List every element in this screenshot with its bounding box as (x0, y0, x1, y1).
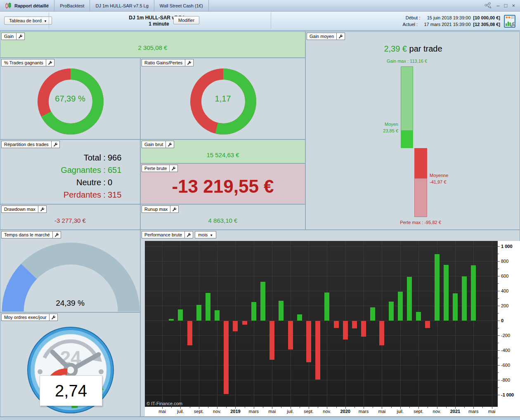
strategy-name: DJ 1m HULL-SAR v7.5 Lg (50, 15, 268, 21)
panel-pct-trades-gagnants: % Trades gagnants 67,39 % (0, 58, 140, 139)
perf-bar (306, 321, 311, 362)
moyen-label-block: Moyen 23,85 € (383, 121, 398, 134)
perf-bar (251, 302, 256, 321)
wrench-icon[interactable] (53, 231, 61, 238)
orders-per-day-value: 2,74 (40, 375, 102, 406)
panel-performance-brute: Performance brute mois▼ © IT-Finance.com… (140, 230, 520, 417)
wrench-icon[interactable] (52, 141, 60, 148)
header-bar: Tableau de bord▼ DJ 1m HULL-SAR v7.5 Lg … (0, 12, 520, 31)
breakdown-row-perdantes: Perdantes:315 (0, 189, 140, 201)
strategy-timeframe: 1 minute (50, 21, 268, 27)
perf-bar (206, 293, 210, 321)
perf-bar (389, 302, 394, 321)
performance-y-axis: 1 0008006004002000-200-400-600-800-1 000 (498, 241, 520, 407)
pct-donut-value: 67,39 % (0, 58, 140, 139)
start-capital: [10 000,00 €] (473, 14, 500, 21)
perf-bar (196, 305, 201, 321)
wrench-icon[interactable] (166, 141, 174, 148)
wrench-icon[interactable] (17, 33, 25, 40)
panel-moy-ordres: Moy ordres exec/jour 24 2, (0, 312, 140, 417)
strategy-title: DJ 1m HULL-SAR v7.5 Lg 1 minute (50, 15, 268, 27)
gain-moyen-suffix: par trade (409, 44, 442, 53)
breakdown-row-gagnantes: Gagnantes:651 (0, 164, 140, 176)
backtest-dates: Début : 15 juin 2018 19:39:00 [10 000,00… (402, 14, 500, 28)
wrench-icon[interactable] (170, 205, 179, 213)
window-controls: – □ × (480, 0, 520, 11)
start-label: Début : (406, 14, 425, 21)
gain-bar-below-average (401, 131, 413, 148)
moyenne-label-block: Moyenne -41,97 € (430, 172, 448, 185)
gain-moyen-chip-label: Gain moyen (307, 33, 337, 40)
perf-bar (288, 321, 293, 349)
tab-strategy[interactable]: DJ 1m HULL-SAR v7.5 Lg (90, 0, 154, 11)
gain-value: 2 305,08 € (0, 44, 305, 51)
perf-bar (215, 310, 220, 321)
perf-bar (435, 254, 440, 320)
perf-bar (352, 321, 357, 328)
wrench-icon[interactable] (50, 314, 58, 321)
panel-gain-moyen: Gain moyen 2,39 € par trade Gain max : 1… (305, 31, 520, 230)
panel-runup-max: Runup max 4 863,10 € (140, 204, 305, 230)
perf-bar (343, 321, 348, 340)
modify-button[interactable]: Modifier (173, 16, 199, 24)
drawdown-chip-label: Drawdown max (1, 205, 38, 213)
gain-brut-chip-label: Gain brut (142, 141, 166, 148)
chevron-down-icon: ▼ (210, 234, 213, 237)
tab-instrument[interactable]: Wall Street Cash (1€) (154, 0, 209, 11)
period-dropdown[interactable]: mois▼ (195, 231, 216, 238)
bottom-scroll-strip[interactable] (0, 417, 520, 420)
perf-bar (169, 319, 174, 321)
performance-x-axis: maijuil.sept.nov.2019marsmaijuil.sept.no… (145, 407, 520, 416)
perf-bar (187, 321, 192, 345)
tab-label: DJ 1m HULL-SAR v7.5 Lg (95, 3, 148, 8)
loss-bar-above-average (414, 148, 427, 178)
close-button[interactable]: × (512, 3, 515, 8)
title-bar: Rapport détaillé ProBacktest DJ 1m HULL-… (0, 0, 520, 12)
share-icon[interactable] (485, 2, 492, 9)
wrench-icon[interactable] (185, 59, 194, 66)
perf-bar (407, 277, 412, 321)
ratio-donut-value: 1,17 (141, 58, 305, 139)
pct-chip-label: % Trades gagnants (1, 59, 46, 66)
report-settings-icon[interactable] (503, 13, 517, 29)
drawdown-value: -3 277,30 € (0, 217, 140, 224)
start-date: 15 juin 2018 19:39:00 (427, 14, 471, 21)
perte-brute-chip-label: Perte brute (142, 165, 170, 172)
maximize-button[interactable]: □ (504, 3, 508, 8)
panel-repartition: Répartition des trades Total:966 Gagnant… (0, 139, 140, 204)
perf-bar (453, 293, 458, 321)
divider (49, 12, 49, 29)
wrench-icon[interactable] (337, 33, 345, 40)
breakdown-row-total: Total:966 (0, 151, 140, 164)
wrench-icon[interactable] (38, 205, 47, 213)
runup-value: 4 863,10 € (141, 217, 305, 224)
gain-chip-label: Gain (1, 33, 17, 40)
gain-brut-value: 15 524,63 € (141, 151, 305, 158)
zero-line (145, 321, 498, 321)
performance-plot-area: © IT-Finance.com (145, 241, 498, 407)
perf-bar (361, 321, 366, 337)
tab-probacktest[interactable]: ProBacktest (54, 0, 90, 11)
breakdown-row-neutre: Neutre:0 (0, 176, 140, 189)
wrench-icon[interactable] (185, 231, 193, 238)
runup-chip-label: Runup max (142, 205, 170, 213)
current-date: 17 mars 2021 15:39:00 (424, 21, 470, 28)
tab-label: Wall Street Cash (1€) (160, 3, 203, 8)
wrench-icon[interactable] (46, 59, 54, 66)
ratio-chip-label: Ratio Gains/Pertes (142, 59, 185, 66)
panel-ratio-gains-pertes: Ratio Gains/Pertes 1,17 (140, 58, 305, 139)
perf-bar (297, 314, 302, 321)
perf-bar (462, 276, 467, 321)
tab-rapport-detaille[interactable]: Rapport détaillé (0, 0, 54, 11)
panel-temps-marche: Temps dans le marché 24,39 % (0, 230, 140, 312)
wrench-icon[interactable] (170, 165, 178, 172)
trade-breakdown: Total:966 Gagnantes:651 Neutre:0 Perdant… (0, 151, 140, 201)
panel-perte-brute: Perte brute -13 219,55 € (140, 163, 305, 204)
minimize-button[interactable]: – (496, 3, 499, 8)
dashboard-dropdown[interactable]: Tableau de bord▼ (4, 17, 52, 25)
watermark: © IT-Finance.com (147, 401, 182, 406)
perf-bar (315, 321, 320, 380)
moy-ordres-chip-label: Moy ordres exec/jour (1, 314, 50, 321)
current-capital: [12 305,08 €] (473, 21, 500, 28)
gain-max-label: Gain max : 113,16 € (357, 58, 456, 64)
